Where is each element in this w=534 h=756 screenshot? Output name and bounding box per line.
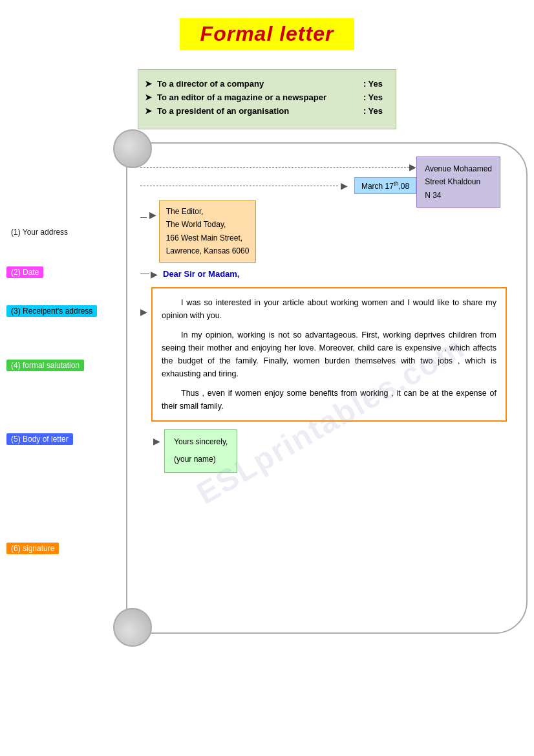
recipient-arrow-head: ▶ (149, 210, 156, 220)
page-header: Formal letter (0, 0, 534, 63)
signature-line-2: (your name) (174, 453, 228, 467)
body-arrow-head: ▶ (140, 307, 147, 317)
body-row: ▶ I was so interested in your article ab… (140, 287, 507, 422)
info-yes-3: : Yes (363, 106, 383, 116)
arrow-icon-2: ➤ (145, 92, 152, 102)
info-item-1: ➤ To a director of a company : Yes (145, 79, 383, 89)
recipient-arrow-container: ▶ (140, 210, 156, 220)
info-text-2: To an editor of a magazine or a newspape… (157, 92, 357, 102)
recipient-row: ▶ The Editor, The World Today, 166 West … (140, 200, 416, 263)
body-paragraph-3: Thus , even if women enjoy some benefits… (162, 387, 497, 413)
label-salutation-row: (4) formal salutation (6, 360, 126, 371)
address-dashed-line (140, 167, 409, 167)
info-yes-1: : Yes (363, 79, 383, 89)
info-item-2: ➤ To an editor of a magazine or a newspa… (145, 92, 383, 102)
arrow-icon-3: ➤ (145, 106, 152, 116)
label-salutation: (4) formal salutation (6, 360, 84, 371)
body-box: I was so interested in your article abou… (151, 287, 507, 422)
signature-arrow-container: ▶ (153, 436, 160, 446)
title-box: Formal letter (180, 18, 355, 50)
label-signature-row: (6) signature (6, 543, 126, 554)
scroll-curl-top (113, 129, 152, 168)
address-arrow-row: ▶ (140, 162, 416, 172)
recipient-line-4: Lawrence, Kansas 6060 (166, 244, 250, 257)
label-recipient: (3) Receipent's address (6, 305, 97, 317)
info-text-1: To a director of a company (157, 79, 357, 89)
scroll-area: ESLprintables.com Avenue Mohaamed Street… (126, 142, 528, 634)
date-block: March 17th,08 (354, 177, 416, 194)
date-dashed-line (140, 186, 338, 186)
salutation-text: Dear Sir or Madam, (163, 269, 240, 279)
label-your-address-row: (1) Your address (6, 226, 126, 238)
main-layout: (1) Your address (2) Date (3) Receipent'… (6, 142, 528, 634)
label-recipient-row: (3) Receipent's address (6, 305, 126, 317)
sender-address-block: Avenue Mohaamed Street Khaldoun N 34 (416, 157, 500, 208)
date-row: ▶ March 17th,08 (140, 177, 416, 194)
label-body: (5) Body of letter (6, 433, 73, 445)
labels-column: (1) Your address (2) Date (3) Receipent'… (6, 142, 126, 634)
label-signature: (6) signature (6, 543, 59, 554)
recipient-line-3: 166 West Main Street, (166, 232, 250, 244)
address-line-1: Avenue Mohaamed (425, 162, 492, 175)
label-your-address: (1) Your address (6, 226, 72, 238)
page-title: Formal letter (200, 22, 334, 45)
address-line-2: Street Khaldoun (425, 175, 492, 188)
date-arrow-head: ▶ (341, 180, 348, 191)
scroll-paper-container: ESLprintables.com Avenue Mohaamed Street… (126, 142, 528, 634)
signature-row: ▶ Yours sincerely, (your name) (153, 429, 507, 473)
info-list: ➤ To a director of a company : Yes ➤ To … (145, 79, 383, 116)
label-body-row: (5) Body of letter (6, 433, 126, 445)
body-arrow-container: ▶ (140, 307, 147, 317)
signature-line-1: Yours sincerely, (174, 435, 228, 449)
body-paragraph-2: In my opinion, working is not so advanta… (162, 329, 497, 380)
recipient-line-2: The World Today, (166, 218, 250, 231)
salutation-dash (140, 274, 149, 275)
recipient-block: The Editor, The World Today, 166 West Ma… (159, 200, 257, 263)
signature-block: Yours sincerely, (your name) (164, 429, 237, 473)
scroll-curl-bottom (113, 608, 152, 647)
salutation-row: ▶ Dear Sir or Madam, (140, 269, 507, 279)
recipient-line-1: The Editor, (166, 205, 250, 218)
info-text-3: To a president of an organisation (157, 106, 357, 116)
address-line-3: N 34 (425, 189, 492, 202)
info-item-3: ➤ To a president of an organisation : Ye… (145, 106, 383, 116)
salutation-arrow-head: ▶ (151, 269, 158, 279)
arrow-icon-1: ➤ (145, 79, 152, 89)
info-yes-2: : Yes (363, 92, 383, 102)
body-paragraph-1: I was so interested in your article abou… (162, 296, 497, 322)
label-date-row: (2) Date (6, 266, 126, 278)
info-box: ➤ To a director of a company : Yes ➤ To … (138, 69, 396, 129)
letter-paper: ESLprintables.com Avenue Mohaamed Street… (126, 142, 528, 634)
date-year: ,08 (398, 182, 409, 191)
label-date: (2) Date (6, 266, 43, 278)
date-text: March 17 (361, 182, 394, 191)
address-arrow-head: ▶ (409, 162, 416, 172)
signature-arrow-head: ▶ (153, 436, 160, 446)
